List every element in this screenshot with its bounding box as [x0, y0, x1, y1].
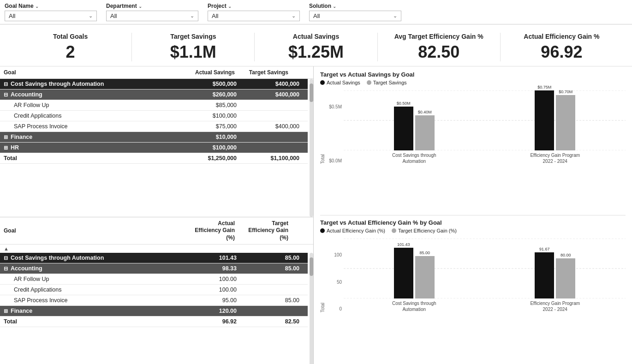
- savings-table-section: Goal Actual Savings Target Savings ⊟Cost…: [0, 66, 313, 217]
- expand-icon-1[interactable]: ⊟: [4, 92, 8, 97]
- table-row[interactable]: Credit Applications 100.00: [0, 285, 308, 295]
- expand-icon-0[interactable]: ⊟: [4, 81, 8, 87]
- expand-icon-5[interactable]: ⊞: [4, 134, 8, 140]
- efficiency-chart-legend: Actual Efficiency Gain (%) Target Effici…: [320, 228, 626, 233]
- kpi-value-3: 82.50: [382, 43, 495, 61]
- table-row[interactable]: ⊟Cost Savings through Automation 101.43 …: [0, 253, 308, 263]
- savings-y-axis-title: Total: [320, 154, 325, 164]
- legend-target-eff: Target Efficiency Gain (%): [392, 228, 457, 233]
- eff-bar-label-actual-2: 91.67: [539, 247, 550, 251]
- eff-bar-target-1: [415, 256, 435, 298]
- efficiency-y-axis-title: Total: [320, 303, 325, 312]
- savings-y-label-1: $0.5M: [326, 104, 342, 109]
- savings-table-body: ⊟Cost Savings through Automation $500,00…: [0, 79, 308, 217]
- filter-value-1: All: [110, 12, 117, 19]
- savings-chart-section: Target vs Actual Savings by Goal Actual …: [320, 71, 626, 216]
- eff-bar-label-actual-1: 101.43: [397, 242, 410, 247]
- table-row[interactable]: SAP Process Invoice 95.00 85.00: [0, 295, 308, 306]
- table-row[interactable]: Credit Applications $100,000: [0, 111, 308, 121]
- filter-select-1[interactable]: All ⌄: [106, 11, 198, 21]
- row-label-2: AR Follow Up: [14, 102, 179, 108]
- eff-row-label-1: ⊟Accounting: [4, 265, 179, 272]
- savings-y-label-2: $0.0M: [326, 158, 342, 163]
- efficiency-table-section: Goal ActualEfficiency Gain(%) TargetEffi…: [0, 217, 313, 364]
- eff-row-target-0: 85.00: [244, 255, 304, 261]
- row-target-1: $400,000: [244, 91, 304, 98]
- eff-row-target-1: 85.00: [244, 265, 304, 272]
- kpi-item-1: Target Savings $1.1M: [132, 33, 255, 61]
- eff-row-actual-2: 100.00: [179, 276, 244, 282]
- eff-bar-label-target-2: 80.00: [560, 253, 571, 257]
- efficiency-group-2: 91.67 80.00: [485, 247, 626, 298]
- expand-icon-6[interactable]: ⊞: [4, 145, 8, 150]
- row-label-7: Total: [4, 155, 179, 161]
- filter-group-goal-name: Goal Name ⌄ All ⌄: [5, 3, 97, 21]
- eff-row-label-6: Total: [4, 318, 179, 325]
- eff-bar-label-target-1: 85.00: [419, 251, 430, 255]
- table-row[interactable]: ⊞Finance $10,000: [0, 132, 308, 143]
- sort-icon: ▲: [4, 246, 9, 251]
- legend-dot-actual: [320, 80, 325, 85]
- eff-row-actual-5: 120.00: [179, 308, 244, 314]
- eff-row-label-0: ⊟Cost Savings through Automation: [4, 255, 179, 261]
- filter-select-0[interactable]: All ⌄: [5, 11, 97, 21]
- eff-bar-actual-2: [535, 252, 554, 298]
- table-row[interactable]: ⊟Accounting 98.33 85.00: [0, 263, 308, 274]
- table-row[interactable]: SAP Process Invoice $75,000 $400,000: [0, 121, 308, 132]
- efficiency-x-labels: Cost Savings throughAutomation Efficienc…: [344, 300, 626, 312]
- efficiency-scrollbar[interactable]: [310, 253, 313, 364]
- savings-chart-title: Target vs Actual Savings by Goal: [320, 71, 626, 78]
- row-actual-0: $500,000: [179, 81, 244, 87]
- efficiency-chart-title: Target vs Actual Efficiency Gain % by Go…: [320, 219, 626, 226]
- eff-expand-icon-0[interactable]: ⊟: [4, 255, 8, 261]
- row-actual-2: $85,000: [179, 102, 244, 108]
- eff-row-label-4: SAP Process Invoice: [14, 297, 179, 304]
- row-label-3: Credit Applications: [14, 113, 179, 119]
- table-row[interactable]: AR Follow Up $85,000: [0, 100, 308, 111]
- filter-label-1: Department ⌄: [106, 3, 198, 9]
- kpi-value-2: $1.25M: [259, 43, 372, 61]
- table-row[interactable]: ⊞Finance 120.00: [0, 306, 308, 316]
- savings-scrollbar[interactable]: [310, 79, 313, 217]
- legend-actual-savings: Actual Savings: [320, 80, 360, 85]
- table-row[interactable]: ⊟Cost Savings through Automation $500,00…: [0, 79, 308, 90]
- table-row[interactable]: Total 96.92 82.50: [0, 316, 308, 327]
- efficiency-chart-section: Target vs Actual Efficiency Gain % by Go…: [320, 219, 626, 364]
- filter-group-solution: Solution ⌄ All ⌄: [309, 3, 401, 21]
- efficiency-group-1: 101.43 85.00: [344, 242, 485, 298]
- efficiency-table-header: Goal ActualEfficiency Gain(%) TargetEffi…: [0, 217, 313, 245]
- kpi-item-4: Actual Efficiency Gain % 96.92: [501, 33, 623, 61]
- filter-group-department: Department ⌄ All ⌄: [106, 3, 198, 21]
- eff-x-label-2: Efficiency Gain Program2022 - 2024: [485, 300, 626, 312]
- kpi-value-1: $1.1M: [137, 43, 250, 61]
- table-row[interactable]: ⊞HR $100,000: [0, 143, 308, 153]
- legend-label-actual: Actual Savings: [327, 80, 360, 85]
- bar-label-actual-2: $0.75M: [537, 85, 551, 90]
- eff-expand-icon-5[interactable]: ⊞: [4, 308, 8, 314]
- table-row[interactable]: ⊟Accounting $260,000 $400,000: [0, 90, 308, 100]
- row-target-4: $400,000: [244, 123, 304, 130]
- table-row[interactable]: AR Follow Up 100.00: [0, 274, 308, 285]
- eff-row-label-5: ⊞Finance: [4, 308, 179, 314]
- bar-label-target-2: $0.70M: [559, 90, 572, 94]
- eff-bar-actual-1: [394, 248, 413, 298]
- eff-y-label-3: 0: [326, 306, 342, 311]
- savings-col-actual-header: Actual Savings: [178, 69, 242, 76]
- bar-target-2: [556, 95, 575, 150]
- filter-label-2: Project ⌄: [208, 3, 300, 9]
- table-row[interactable]: Total $1,250,000 $1,100,000: [0, 153, 308, 164]
- eff-row-label-2: AR Follow Up: [14, 276, 179, 282]
- row-label-6: ⊞HR: [4, 144, 179, 151]
- legend-dot-actual-eff: [320, 228, 325, 233]
- kpi-item-3: Avg Target Efficiency Gain % 82.50: [378, 33, 501, 61]
- filter-select-3[interactable]: All ⌄: [309, 11, 401, 21]
- savings-x-label-1: Cost Savings throughAutomation: [344, 152, 485, 164]
- eff-y-label-1: 100: [326, 252, 342, 257]
- eff-row-actual-6: 96.92: [179, 318, 244, 325]
- filter-select-2[interactable]: All ⌄: [208, 11, 300, 21]
- savings-group-1: $0.50M $0.40M: [344, 101, 485, 150]
- bar-label-actual-1: $0.50M: [397, 101, 411, 106]
- kpi-item-0: Total Goals 2: [9, 33, 132, 61]
- filter-value-3: All: [313, 12, 320, 19]
- eff-expand-icon-1[interactable]: ⊟: [4, 266, 8, 271]
